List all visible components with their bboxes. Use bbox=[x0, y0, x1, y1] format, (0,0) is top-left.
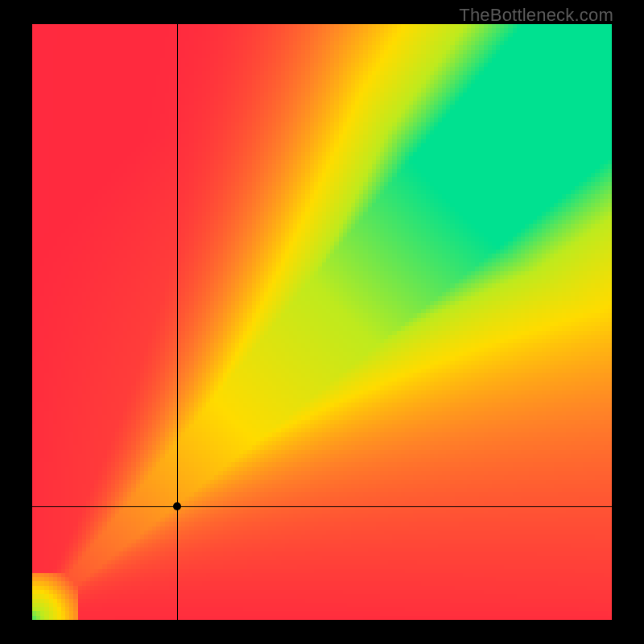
chart-frame: TheBottleneck.com bbox=[0, 0, 644, 644]
heatmap-canvas bbox=[32, 24, 612, 620]
crosshair-vertical bbox=[177, 24, 178, 620]
watermark: TheBottleneck.com bbox=[459, 5, 613, 26]
crosshair-horizontal bbox=[32, 506, 612, 507]
marker-dot bbox=[173, 502, 181, 510]
